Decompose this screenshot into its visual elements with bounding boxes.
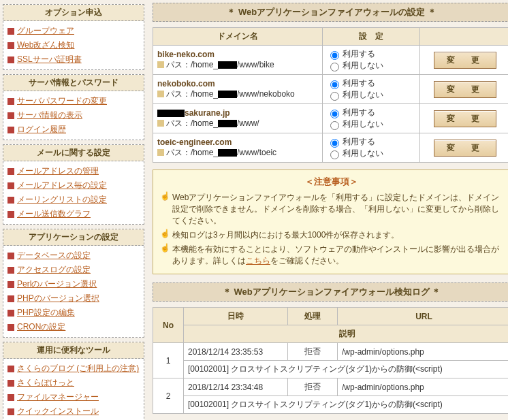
sidebar-link[interactable]: Perlのバージョン選択 xyxy=(17,278,97,290)
sidebar-link[interactable]: ログイン履歴 xyxy=(17,124,66,135)
sidebar-item[interactable]: データベースの設定 xyxy=(7,248,140,263)
domain-name: sakurane.jp xyxy=(157,108,318,118)
notuse-radio[interactable] xyxy=(330,92,339,101)
sidebar-panel-title: オプション申込 xyxy=(3,5,144,21)
sidebar-link[interactable]: メール送信数グラフ xyxy=(17,208,91,220)
waf-col-domain: ドメイン名 xyxy=(153,28,323,46)
log-section-title: ＊ Webアプリケーションファイアウォール検知ログ ＊ xyxy=(153,282,508,302)
waf-col-setting: 設 定 xyxy=(323,28,420,46)
notice-link[interactable]: こちら xyxy=(246,256,270,265)
sidebar-link[interactable]: メーリングリストの設定 xyxy=(17,194,107,206)
sidebar-link[interactable]: SSLサーバ証明書 xyxy=(17,54,82,65)
sidebar-link[interactable]: Web改ざん検知 xyxy=(17,39,74,51)
radio-label: 利用する xyxy=(343,107,375,118)
domain-name: toeic-engineer.com xyxy=(157,138,318,147)
log-url: /wp-admin/options.php xyxy=(338,343,509,361)
use-radio[interactable] xyxy=(330,80,339,89)
log-col-desc: 説明 xyxy=(184,325,509,343)
bullet-icon xyxy=(7,253,14,259)
bullet-icon xyxy=(7,42,14,49)
log-desc: [00102001] クロスサイトスクリプティング(タグ1)からの防御(<scr… xyxy=(184,396,509,414)
sidebar-item[interactable]: PHPのバージョン選択 xyxy=(7,291,140,306)
sidebar-item[interactable]: ファイルマネージャー xyxy=(7,390,140,404)
sidebar-link[interactable]: メールアドレス毎の設定 xyxy=(17,180,107,191)
bullet-icon xyxy=(7,267,14,274)
sidebar-item[interactable]: クイックインストール xyxy=(7,404,140,419)
bullet-icon xyxy=(7,127,14,133)
sidebar-link[interactable]: メールアドレスの管理 xyxy=(17,165,99,177)
domain-name: nekoboko.com xyxy=(157,79,318,88)
notice-item: 本機能を有効にすることにより、ソフトウェアの動作やインストールに影響が出る場合が… xyxy=(160,242,503,268)
notice-item: 検知ログは3ヶ月間以内における最大1000件が保存されます。 xyxy=(160,228,503,242)
notuse-radio[interactable] xyxy=(330,63,339,71)
path-icon xyxy=(157,91,164,97)
sidebar-item[interactable]: PHP設定の編集 xyxy=(7,306,140,320)
radio-label: 利用しない xyxy=(343,148,383,159)
sidebar-link[interactable]: サーバ情報の表示 xyxy=(17,110,82,121)
sidebar-item[interactable]: Perlのバージョン選択 xyxy=(7,277,140,291)
log-row: 22018/12/14 23:34:48拒否/wp-admin/options.… xyxy=(153,378,509,396)
path-icon xyxy=(157,120,164,127)
sidebar-item[interactable]: ログイン履歴 xyxy=(7,123,140,137)
notice-item: Webアプリケーションファイアウォールを「利用する」に設定したドメインは、ドメイ… xyxy=(160,191,503,228)
notuse-radio[interactable] xyxy=(330,150,339,159)
sidebar-item[interactable]: サーバパスワードの変更 xyxy=(7,94,140,108)
bullet-icon xyxy=(7,295,14,302)
waf-row: nekoboko.comパス：/home_/www/nekoboko利用する利用… xyxy=(153,75,509,104)
notuse-radio[interactable] xyxy=(330,121,339,130)
sidebar-link[interactable]: ファイルマネージャー xyxy=(17,391,99,403)
sidebar-item[interactable]: CRONの設定 xyxy=(7,320,140,334)
log-url: /wp-admin/options.php xyxy=(338,378,509,396)
log-datetime: 2018/12/14 23:34:48 xyxy=(184,378,288,396)
sidebar-link[interactable]: データベースの設定 xyxy=(17,250,91,261)
sidebar-item[interactable]: さくらぽけっと xyxy=(7,376,140,390)
change-button[interactable]: 変 更 xyxy=(434,140,496,157)
sidebar-link[interactable]: グループウェア xyxy=(17,25,74,37)
log-no: 2 xyxy=(153,378,184,414)
sidebar-item[interactable]: メール送信数グラフ xyxy=(7,207,140,221)
sidebar-item[interactable]: アクセスログの設定 xyxy=(7,263,140,277)
waf-row: toeic-engineer.comパス：/home_/www/toeic利用す… xyxy=(153,133,509,163)
bullet-icon xyxy=(7,281,14,288)
bullet-icon xyxy=(7,394,14,401)
sidebar-link[interactable]: CRONの設定 xyxy=(17,321,65,333)
bullet-icon xyxy=(7,182,14,189)
change-button[interactable]: 変 更 xyxy=(434,52,496,69)
log-col-no: No xyxy=(153,308,184,343)
log-col-action: 処理 xyxy=(288,308,338,325)
bullet-icon xyxy=(7,380,14,387)
domain-path: パス：/home_/www/nekoboko xyxy=(157,88,318,100)
use-radio[interactable] xyxy=(330,139,339,148)
radio-label: 利用しない xyxy=(343,89,383,101)
sidebar-link[interactable]: アクセスログの設定 xyxy=(17,264,91,276)
sidebar-item[interactable]: メールアドレスの管理 xyxy=(7,164,140,178)
sidebar-link[interactable]: PHP設定の編集 xyxy=(17,307,75,319)
radio-label: 利用しない xyxy=(343,60,383,71)
bullet-icon xyxy=(7,112,14,119)
sidebar-link[interactable]: サーバパスワードの変更 xyxy=(17,95,107,107)
sidebar-link[interactable]: さくらぽけっと xyxy=(17,377,74,389)
sidebar-item[interactable]: SSLサーバ証明書 xyxy=(7,52,140,67)
sidebar-item[interactable]: サーバ情報の表示 xyxy=(7,108,140,123)
sidebar-link[interactable]: クイックインストール xyxy=(17,406,99,417)
bullet-icon xyxy=(7,197,14,204)
change-button[interactable]: 変 更 xyxy=(434,81,496,98)
use-radio[interactable] xyxy=(330,110,339,118)
change-button[interactable]: 変 更 xyxy=(434,110,496,127)
domain-path: パス：/home_/www/ xyxy=(157,118,318,129)
domain-path: パス：/home_/www/toeic xyxy=(157,147,318,159)
sidebar-item[interactable]: メーリングリストの設定 xyxy=(7,193,140,207)
sidebar-panel: アプリケーションの設定データベースの設定アクセスログの設定Perlのバージョン選… xyxy=(3,229,144,338)
bullet-icon xyxy=(7,310,14,317)
sidebar-item[interactable]: グループウェア xyxy=(7,24,140,38)
sidebar: オプション申込グループウェアWeb改ざん検知SSLサーバ証明書サーバ情報とパスワ… xyxy=(3,0,144,420)
sidebar-link[interactable]: PHPのバージョン選択 xyxy=(17,293,99,304)
waf-row: sakurane.jpパス：/home_/www/利用する利用しない変 更 xyxy=(153,104,509,133)
use-radio[interactable] xyxy=(330,51,339,60)
domain-name: bike-neko.com xyxy=(157,50,318,59)
sidebar-link[interactable]: さくらのブログ (ご利用上の注意) xyxy=(17,363,139,374)
bullet-icon xyxy=(7,28,14,35)
sidebar-item[interactable]: Web改ざん検知 xyxy=(7,38,140,52)
sidebar-item[interactable]: さくらのブログ (ご利用上の注意) xyxy=(7,361,140,376)
sidebar-item[interactable]: メールアドレス毎の設定 xyxy=(7,178,140,193)
